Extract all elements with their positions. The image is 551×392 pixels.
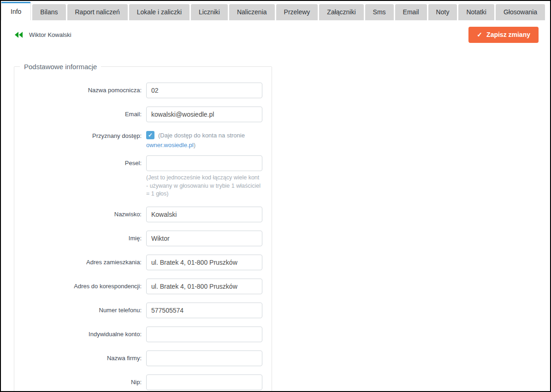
form-row-individual-account: Indywidualne konto: bbox=[14, 327, 272, 342]
app-window: InfoBilansRaport naliczeńLokale i zalicz… bbox=[0, 0, 551, 392]
form-row-auxiliary-name: Nazwa pomocnicza: bbox=[14, 83, 272, 98]
email-control bbox=[146, 107, 262, 122]
pesel-label: Pesel: bbox=[14, 155, 146, 198]
tab-notatki[interactable]: Notatki bbox=[458, 4, 494, 20]
tab-bilans[interactable]: Bilans bbox=[32, 4, 65, 20]
save-button-label: Zapisz zmiany bbox=[486, 31, 530, 38]
auxiliary-name-control bbox=[146, 83, 262, 98]
correspondence-address-label: Adres do korespondencji: bbox=[14, 279, 146, 294]
form-row-pesel: Pesel:(Jest to jednocześnie kod łączący … bbox=[14, 155, 272, 198]
company-name-control bbox=[146, 350, 262, 366]
form-row-correspondence-address: Adres do korespondencji: bbox=[14, 279, 272, 294]
email-label: Email: bbox=[14, 107, 146, 122]
tab-raport-naliczen[interactable]: Raport naliczeń bbox=[67, 4, 128, 20]
individual-account-control bbox=[146, 327, 262, 342]
form-row-company-name: Nazwa firmy: bbox=[14, 350, 272, 366]
nip-control bbox=[146, 374, 262, 390]
first-name-label: Imię: bbox=[14, 231, 146, 246]
form-row-nip: Nip: bbox=[14, 374, 272, 390]
auxiliary-name-label: Nazwa pomocnicza: bbox=[14, 83, 146, 98]
tab-naliczenia[interactable]: Naliczenia bbox=[229, 4, 275, 20]
pesel-hint: (Jest to jednocześnie kod łączący wiele … bbox=[146, 174, 262, 198]
check-icon: ✓ bbox=[477, 31, 482, 38]
nip-label: Nip: bbox=[14, 374, 146, 390]
tab-lokale-i-zaliczki[interactable]: Lokale i zaliczki bbox=[129, 4, 190, 20]
surname-control bbox=[146, 207, 262, 222]
tab-noty[interactable]: Noty bbox=[428, 4, 457, 20]
granted-access-control: ✓(Daje dostęp do konta na stronie owner.… bbox=[146, 131, 262, 150]
granted-access-label: Przyznany dostęp: bbox=[14, 131, 146, 150]
tab-przelewy[interactable]: Przelewy bbox=[276, 4, 318, 20]
phone-number-input[interactable] bbox=[146, 303, 262, 318]
residence-address-input[interactable] bbox=[146, 255, 262, 270]
nip-input[interactable] bbox=[146, 374, 262, 390]
form-row-granted-access: Przyznany dostęp:✓(Daje dostęp do konta … bbox=[14, 131, 272, 150]
company-name-input[interactable] bbox=[146, 350, 262, 366]
pesel-control: (Jest to jednocześnie kod łączący wiele … bbox=[146, 155, 262, 198]
tab-info[interactable]: Info bbox=[1, 2, 31, 20]
individual-account-input[interactable] bbox=[146, 327, 262, 342]
tab-liczniki[interactable]: Liczniki bbox=[191, 4, 228, 20]
tab-glosowania[interactable]: Głosowania bbox=[496, 4, 545, 20]
residence-address-label: Adres zamieszkania: bbox=[14, 255, 146, 270]
form-row-surname: Nazwisko: bbox=[14, 207, 272, 222]
form-row-phone-number: Numer telefonu: bbox=[14, 303, 272, 318]
correspondence-address-control bbox=[146, 279, 262, 294]
first-name-control bbox=[146, 231, 262, 246]
auxiliary-name-input[interactable] bbox=[146, 83, 262, 98]
granted-access-note: (Daje dostęp do konta na stronie owner.w… bbox=[146, 132, 245, 148]
phone-number-label: Numer telefonu: bbox=[14, 303, 146, 318]
form-rows: Nazwa pomocnicza:Email:Przyznany dostęp:… bbox=[14, 83, 272, 390]
company-name-label: Nazwa firmy: bbox=[14, 350, 146, 366]
form-row-email: Email: bbox=[14, 107, 272, 122]
surname-input[interactable] bbox=[146, 207, 262, 222]
email-input[interactable] bbox=[146, 107, 262, 122]
phone-number-control bbox=[146, 303, 262, 318]
rewind-icon bbox=[15, 32, 23, 38]
back-button[interactable] bbox=[15, 32, 23, 38]
toolbar: Wiktor Kowalski ✓ Zapisz zmiany bbox=[1, 20, 550, 49]
page-title: Wiktor Kowalski bbox=[29, 31, 71, 38]
individual-account-label: Indywidualne konto: bbox=[14, 327, 146, 342]
correspondence-address-input[interactable] bbox=[146, 279, 262, 294]
basic-info-fieldset: Podstawowe informacje Nazwa pomocnicza:E… bbox=[14, 63, 272, 392]
owner-portal-link[interactable]: owner.wosiedle.pl bbox=[146, 142, 194, 148]
fieldset-legend: Podstawowe informacje bbox=[20, 63, 101, 71]
tab-sms[interactable]: Sms bbox=[365, 4, 394, 20]
residence-address-control bbox=[146, 255, 262, 270]
tab-email[interactable]: Email bbox=[395, 4, 427, 20]
granted-access-checkbox[interactable]: ✓ bbox=[146, 131, 154, 139]
tab-zalaczniki[interactable]: Załączniki bbox=[319, 4, 363, 20]
form-row-first-name: Imię: bbox=[14, 231, 272, 246]
form-row-residence-address: Adres zamieszkania: bbox=[14, 255, 272, 270]
save-button[interactable]: ✓ Zapisz zmiany bbox=[468, 27, 539, 43]
surname-label: Nazwisko: bbox=[14, 207, 146, 222]
tab-bar: InfoBilansRaport naliczeńLokale i zalicz… bbox=[1, 1, 550, 20]
pesel-input[interactable] bbox=[146, 155, 262, 171]
first-name-input[interactable] bbox=[146, 231, 262, 246]
